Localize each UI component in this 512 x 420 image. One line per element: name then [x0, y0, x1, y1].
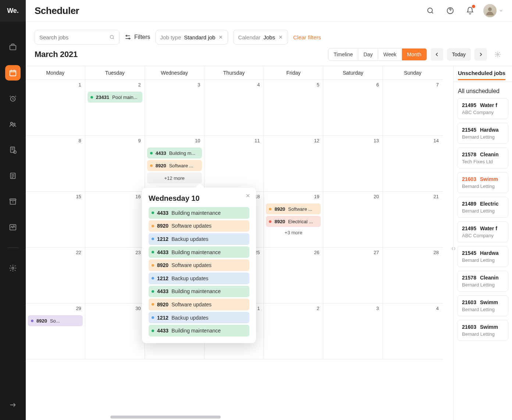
calendar-cell[interactable]: 22 [26, 248, 85, 303]
unscheduled-card[interactable]: 21489ElectricBernard Letting [457, 197, 508, 218]
calendar-settings-icon[interactable] [492, 49, 503, 60]
popover-event[interactable]: 4433Building maintenance [149, 286, 249, 298]
day-number: 5 [317, 82, 319, 88]
filter-chip-jobtype[interactable]: Job type Standard job [156, 30, 228, 45]
popover-event[interactable]: 1212Backup updates [149, 273, 249, 284]
nav-people-icon[interactable] [5, 117, 21, 132]
unscheduled-card[interactable]: 21603SwimmBernard Letting [457, 295, 508, 316]
calendar-cell[interactable]: 30 [85, 303, 145, 359]
calendar-event[interactable]: 4433Building m... [147, 147, 202, 159]
more-events-button[interactable]: +12 more [147, 172, 202, 184]
job-id: 8920 [274, 219, 285, 224]
unscheduled-card[interactable]: 21578CleaninBernard Letting [457, 271, 508, 292]
search-icon[interactable] [424, 4, 437, 17]
chip-remove-icon[interactable] [218, 35, 223, 40]
chip-remove-icon[interactable] [278, 35, 283, 40]
calendar-cell[interactable]: 12 [264, 136, 323, 191]
help-icon[interactable] [444, 4, 457, 17]
unscheduled-card[interactable]: 21495Water fABC Company [457, 98, 508, 119]
popover-event[interactable]: 1212Backup updates [149, 312, 249, 324]
calendar-cell[interactable]: 7 [383, 80, 442, 135]
day-popover: Wednesday 10 4433Building maintenance892… [142, 188, 256, 343]
calendar-cell[interactable]: 8 [26, 136, 85, 191]
nav-activity-icon[interactable] [5, 220, 21, 235]
calendar-cell[interactable]: 6 [323, 80, 383, 135]
popover-list[interactable]: 4433Building maintenance8920Software upd… [149, 207, 252, 337]
search-field[interactable] [39, 34, 109, 40]
search-icon [109, 34, 115, 40]
popover-event[interactable]: 4433Building maintenance [149, 207, 249, 219]
calendar-cell[interactable]: 16 [85, 192, 145, 247]
popover-event[interactable]: 1212Backup updates [149, 233, 249, 245]
calendar-cell[interactable]: 104433Building m...8920Software ...+12 m… [145, 136, 205, 191]
calendar-cell[interactable]: 13 [323, 136, 383, 191]
calendar-cell[interactable]: 298920So... [26, 303, 85, 359]
calendar-cell[interactable]: 198920Software ...8920Electrical ...+3 m… [264, 192, 323, 247]
popover-event[interactable]: 8920Software updates [149, 220, 249, 232]
popover-event[interactable]: 8920Software updates [149, 259, 249, 271]
calendar-cell[interactable]: 21 [383, 192, 442, 247]
unscheduled-card[interactable]: 21603SwimmBernard Letting [457, 172, 508, 193]
calendar-cell[interactable]: 27 [323, 248, 383, 303]
view-timeline[interactable]: Timeline [328, 49, 358, 60]
rightpanel-tab[interactable]: Unscheduled jobs [458, 70, 505, 80]
nav-archive-icon[interactable] [5, 194, 21, 209]
calendar-cell[interactable]: 11 [205, 136, 264, 191]
popover-event[interactable]: 4433Building maintenance [149, 325, 249, 337]
view-week[interactable]: Week [378, 49, 402, 60]
unscheduled-list[interactable]: 21495Water fABC Company21545HardwaBernar… [454, 98, 512, 420]
unscheduled-card[interactable]: 21545HardwaBernard Letting [457, 246, 508, 267]
close-icon[interactable] [245, 193, 251, 199]
nav-calendar-icon[interactable] [5, 65, 21, 81]
search-input[interactable] [35, 30, 120, 45]
nav-briefcase-icon[interactable] [5, 39, 21, 55]
view-month[interactable]: Month [402, 49, 427, 60]
svg-point-14 [488, 7, 492, 11]
user-menu[interactable] [483, 4, 503, 17]
notifications-icon[interactable] [463, 4, 477, 17]
calendar-event[interactable]: 8920Electrical ... [266, 216, 321, 227]
view-day[interactable]: Day [358, 49, 378, 60]
job-id: 1212 [157, 236, 168, 242]
calendar-event[interactable]: 8920Software ... [147, 160, 202, 171]
nav-invoice-icon[interactable] [5, 142, 21, 158]
clear-filters-link[interactable]: Clear filters [293, 34, 321, 40]
calendar-cell[interactable]: 4 [205, 80, 264, 135]
job-id: 8920 [156, 163, 166, 168]
calendar-cell[interactable]: 23 [85, 248, 145, 303]
nav-settings-icon[interactable] [5, 260, 21, 276]
unscheduled-card[interactable]: 21545HardwaBernard Letting [457, 123, 508, 144]
unscheduled-card[interactable]: 21495Water fABC Company [457, 221, 508, 242]
unscheduled-card[interactable]: 21578CleaninTech Fixes Ltd [457, 147, 508, 168]
more-events-link[interactable]: +3 more [266, 230, 321, 235]
nav-collapse-icon[interactable] [5, 397, 21, 413]
calendar-cell[interactable]: 26 [264, 248, 323, 303]
popover-event[interactable]: 8920Software updates [149, 299, 249, 310]
calendar-cell[interactable]: 2 [264, 303, 323, 359]
calendar-event[interactable]: 23431Pool main... [88, 92, 142, 103]
calendar-cell[interactable]: 20 [323, 192, 383, 247]
nav-alarm-icon[interactable] [5, 91, 21, 106]
calendar-cell[interactable]: 14 [383, 136, 442, 191]
next-button[interactable] [474, 48, 487, 61]
popover-event[interactable]: 4433Building maintenance [149, 246, 249, 258]
filter-chip-calendar[interactable]: Calendar Jobs [233, 30, 288, 45]
scrollbar[interactable] [110, 416, 221, 419]
calendar-cell[interactable]: 3 [145, 80, 205, 135]
nav-note-icon[interactable] [5, 168, 21, 184]
calendar-event[interactable]: 8920So... [28, 315, 83, 326]
calendar-cell[interactable]: 1 [26, 80, 85, 135]
calendar-cell[interactable]: 223431Pool main... [85, 80, 145, 135]
prev-button[interactable] [431, 48, 443, 61]
resize-handle[interactable] [451, 243, 456, 254]
calendar-cell[interactable]: 9 [85, 136, 145, 191]
calendar-event[interactable]: 8920Software ... [266, 203, 321, 214]
today-button[interactable]: Today [447, 48, 471, 61]
calendar-cell[interactable]: 5 [264, 80, 323, 135]
calendar-cell[interactable]: 3 [323, 303, 383, 359]
calendar-cell[interactable]: 28 [383, 248, 442, 303]
calendar-cell[interactable]: 4 [383, 303, 442, 359]
filters-button[interactable]: Filters [125, 34, 150, 40]
calendar-cell[interactable]: 15 [26, 192, 85, 247]
unscheduled-card[interactable]: 21603SwimmBernard Letting [457, 320, 508, 341]
